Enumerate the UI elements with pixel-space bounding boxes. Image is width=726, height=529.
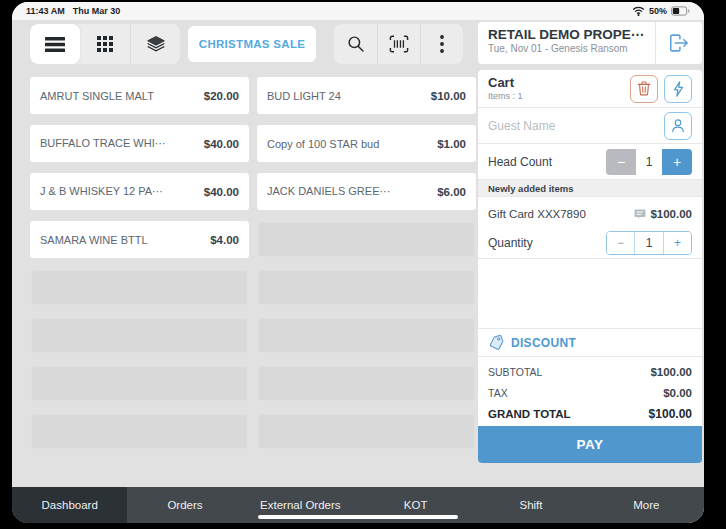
tax-label: TAX — [488, 387, 508, 399]
grand-total-value: $100.00 — [649, 407, 692, 421]
empty-product-slot — [30, 269, 249, 306]
empty-product-slot — [257, 413, 476, 450]
cart-items-scroll-area[interactable] — [478, 259, 702, 328]
store-subtitle: Tue, Nov 01 - Genesis Ransom — [488, 43, 647, 54]
product-price: $4.00 — [210, 234, 239, 246]
product-price: $40.00 — [204, 138, 239, 150]
quantity-increment-button[interactable]: + — [663, 232, 691, 254]
subtotal-label: SUBTOTAL — [488, 366, 542, 378]
battery-icon — [671, 6, 690, 16]
subtotal-row: SUBTOTAL $100.00 — [488, 361, 692, 382]
head-count-decrement-button[interactable]: − — [606, 149, 636, 175]
search-icon — [347, 35, 365, 53]
product-price: $20.00 — [204, 90, 239, 102]
line-item-price: $100.00 — [650, 208, 692, 220]
quantity-stepper: − 1 + — [606, 231, 692, 255]
nav-item-more[interactable]: More — [589, 487, 704, 523]
select-customer-button[interactable] — [664, 112, 692, 140]
status-date: Thu Mar 30 — [73, 6, 121, 16]
christmas-sale-button[interactable]: CHRISTMAS SALE — [188, 26, 316, 62]
head-count-stepper: − 1 + — [606, 149, 692, 175]
grid-icon — [97, 36, 113, 52]
product-name: JACK DANIELS GREE⋯ — [267, 185, 390, 198]
store-header: RETAIL DEMO PROPE⋯ Tue, Nov 01 - Genesis… — [478, 22, 702, 64]
hamburger-icon — [45, 37, 65, 52]
lightning-icon — [672, 81, 685, 97]
barcode-scan-button[interactable] — [377, 24, 420, 64]
view-toggle-group — [30, 24, 180, 64]
store-info[interactable]: RETAIL DEMO PROPE⋯ Tue, Nov 01 - Genesis… — [478, 22, 656, 64]
store-name: RETAIL DEMO PROPE⋯ — [488, 26, 647, 42]
product-tile[interactable]: AMRUT SINGLE MALT $20.00 — [30, 77, 249, 114]
product-tile[interactable]: Copy of 100 STAR bud $1.00 — [257, 125, 476, 162]
product-tile[interactable]: SAMARA WINE BTTL $4.00 — [30, 221, 249, 258]
product-name: J & B WHISKEY 12 PA⋯ — [40, 185, 163, 198]
kebab-menu-icon — [440, 35, 444, 53]
cart-items-count: Items : 1 — [488, 91, 523, 101]
product-grid: AMRUT SINGLE MALT $20.00 BUD LIGHT 24 $1… — [30, 77, 476, 477]
status-bar: 11:43 AM Thu Mar 30 50% — [12, 2, 704, 20]
guest-name-input[interactable] — [488, 119, 638, 133]
nav-item-shift[interactable]: Shift — [473, 487, 588, 523]
grand-total-label: GRAND TOTAL — [488, 408, 571, 420]
quick-action-button[interactable] — [664, 75, 692, 103]
product-price: $1.00 — [437, 138, 466, 150]
empty-product-slot — [30, 365, 249, 402]
product-name: SAMARA WINE BTTL — [40, 234, 148, 246]
search-button[interactable] — [334, 24, 377, 64]
guest-name-row — [478, 108, 702, 144]
cart-line-item[interactable]: Gift Card XXX7890 $100.00 — [478, 197, 702, 227]
logout-button[interactable] — [656, 22, 702, 64]
subtotal-value: $100.00 — [650, 366, 692, 378]
categories-view-button[interactable] — [130, 24, 180, 64]
line-item-name: Gift Card XXX7890 — [488, 208, 586, 220]
cart-title: Cart — [488, 76, 523, 89]
empty-product-slot — [257, 365, 476, 402]
totals-section: SUBTOTAL $100.00 TAX $0.00 GRAND TOTAL $… — [478, 357, 702, 426]
discount-label: DISCOUNT — [511, 336, 576, 350]
battery-percent: 50% — [649, 6, 667, 16]
wifi-icon — [632, 6, 645, 16]
quantity-value: 1 — [635, 232, 663, 254]
tax-row: TAX $0.00 — [488, 382, 692, 403]
product-price: $40.00 — [204, 186, 239, 198]
quantity-row: Quantity − 1 + — [478, 227, 702, 259]
grid-view-button[interactable] — [80, 24, 130, 64]
head-count-label: Head Count — [488, 155, 552, 169]
toolbar-actions-group — [334, 24, 463, 64]
head-count-increment-button[interactable]: + — [662, 149, 692, 175]
product-tile[interactable]: BUD LIGHT 24 $10.00 — [257, 77, 476, 114]
product-tile[interactable]: JACK DANIELS GREE⋯ $6.00 — [257, 173, 476, 210]
product-name: AMRUT SINGLE MALT — [40, 90, 154, 102]
barcode-icon — [389, 35, 409, 53]
trash-icon — [637, 81, 651, 96]
note-icon — [634, 209, 646, 219]
discount-tag-icon — [488, 335, 505, 350]
clear-cart-button[interactable] — [630, 75, 658, 103]
cart-header: Cart Items : 1 — [478, 70, 702, 108]
product-tile[interactable]: BUFFALO TRACE WHI⋯ $40.00 — [30, 125, 249, 162]
empty-product-slot — [30, 413, 249, 450]
layers-icon — [146, 35, 166, 53]
product-name: BUD LIGHT 24 — [267, 90, 341, 102]
tax-value: $0.00 — [663, 387, 692, 399]
home-indicator[interactable] — [258, 515, 458, 519]
more-options-button[interactable] — [420, 24, 463, 64]
status-time: 11:43 AM — [26, 6, 65, 16]
empty-product-slot — [257, 317, 476, 354]
pay-button[interactable]: PAY — [478, 426, 702, 463]
empty-product-slot — [257, 269, 476, 306]
discount-button[interactable]: DISCOUNT — [478, 328, 702, 357]
nav-item-orders[interactable]: Orders — [127, 487, 242, 523]
product-name: Copy of 100 STAR bud — [267, 138, 379, 150]
product-price: $10.00 — [431, 90, 466, 102]
nav-item-dashboard[interactable]: Dashboard — [12, 487, 127, 523]
newly-added-items-header: Newly added items — [478, 180, 702, 197]
product-tile[interactable]: J & B WHISKEY 12 PA⋯ $40.00 — [30, 173, 249, 210]
quantity-label: Quantity — [488, 236, 533, 250]
empty-product-slot — [257, 221, 476, 258]
quantity-decrement-button[interactable]: − — [607, 232, 635, 254]
list-view-button[interactable] — [30, 24, 80, 64]
person-icon — [671, 118, 685, 133]
empty-product-slot — [30, 317, 249, 354]
